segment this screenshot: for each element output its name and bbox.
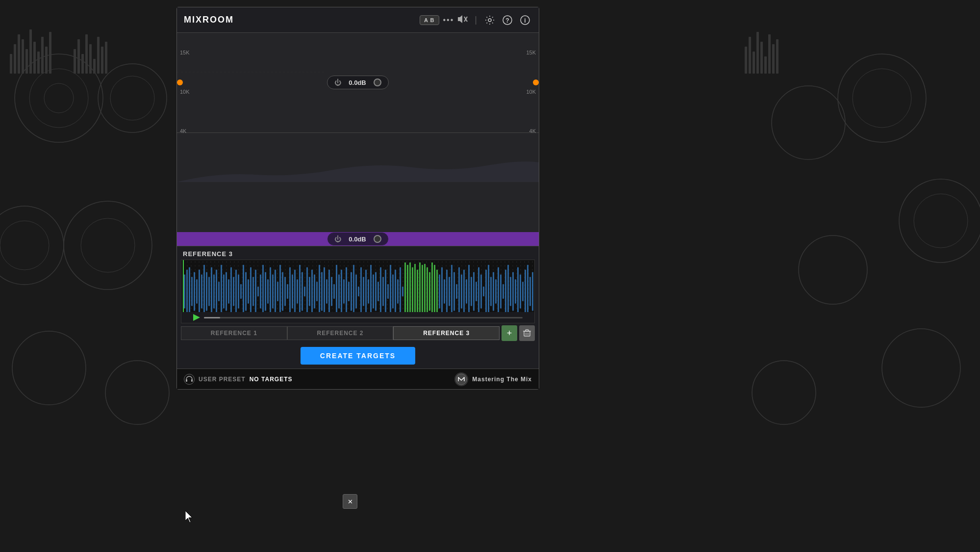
svg-rect-147 (395, 270, 396, 314)
svg-rect-105 (292, 275, 293, 309)
svg-rect-23 (77, 39, 80, 74)
mute-button[interactable] (458, 15, 469, 25)
svg-point-8 (81, 218, 135, 272)
handle-right-top[interactable] (533, 79, 539, 85)
svg-point-31 (838, 54, 926, 142)
svg-rect-183 (483, 287, 484, 296)
svg-rect-120 (328, 270, 330, 314)
svg-rect-67 (199, 270, 200, 314)
dots-button[interactable]: ••• (443, 16, 454, 25)
progress-track[interactable] (204, 317, 523, 318)
svg-rect-65 (194, 272, 195, 311)
power-icon-top: ⏻ (334, 79, 341, 86)
svg-rect-172 (456, 284, 457, 299)
svg-rect-113 (311, 270, 313, 314)
add-reference-button[interactable]: + (502, 325, 517, 341)
svg-rect-43 (760, 42, 763, 74)
svg-rect-140 (377, 282, 379, 301)
close-button[interactable]: ✕ (343, 494, 357, 509)
svg-point-38 (752, 361, 816, 424)
svg-rect-170 (451, 265, 452, 318)
vol-knob-top[interactable] (374, 79, 381, 86)
svg-rect-132 (358, 287, 359, 296)
svg-rect-189 (498, 267, 499, 315)
svg-rect-163 (434, 265, 435, 318)
tab-reference-1[interactable]: REFERENCE 1 (181, 326, 287, 340)
svg-rect-141 (380, 267, 381, 315)
svg-rect-134 (363, 277, 364, 306)
svg-rect-158 (422, 265, 423, 318)
svg-rect-62 (186, 270, 188, 314)
svg-text:?: ? (505, 17, 509, 24)
playback-bar[interactable] (181, 312, 534, 323)
vol-control-bottom: ⏻ 0.0dB (327, 232, 389, 246)
svg-rect-136 (368, 279, 369, 303)
svg-rect-133 (360, 267, 362, 315)
svg-rect-101 (282, 272, 283, 311)
svg-point-6 (0, 221, 49, 270)
svg-rect-127 (346, 267, 347, 315)
svg-rect-150 (402, 287, 403, 296)
svg-rect-184 (485, 270, 487, 314)
svg-rect-40 (749, 37, 751, 74)
svg-rect-165 (439, 275, 440, 309)
svg-rect-111 (306, 267, 308, 315)
svg-rect-138 (373, 275, 374, 309)
svg-rect-102 (284, 277, 286, 306)
vol-control-top: ⏻ 0.0dB (327, 76, 389, 89)
svg-rect-85 (243, 265, 244, 318)
play-button[interactable] (193, 314, 200, 321)
svg-rect-112 (309, 277, 310, 306)
status-bar: USER PRESET NO TARGETS Mastering The Mix (177, 368, 539, 389)
svg-rect-116 (319, 265, 320, 318)
svg-rect-168 (446, 270, 448, 314)
app-window: MIXROOM A B ••• | ? (176, 7, 539, 390)
svg-rect-89 (252, 277, 254, 306)
status-right: Mastering The Mix (454, 372, 532, 386)
svg-rect-68 (201, 275, 202, 309)
delete-reference-button[interactable] (519, 325, 535, 341)
svg-rect-167 (444, 279, 445, 303)
svg-point-35 (914, 194, 968, 248)
svg-rect-194 (510, 277, 511, 306)
svg-rect-124 (338, 275, 340, 309)
svg-rect-22 (74, 49, 76, 74)
svg-rect-202 (529, 277, 531, 306)
svg-rect-114 (314, 275, 315, 309)
help-button[interactable]: ? (501, 13, 514, 27)
svg-rect-143 (385, 270, 386, 314)
ab-button[interactable]: A B (420, 15, 439, 25)
svg-rect-144 (387, 284, 389, 299)
title-controls: A B ••• | ? (420, 13, 532, 27)
svg-rect-129 (351, 272, 352, 311)
svg-rect-104 (289, 267, 291, 315)
handle-left-top[interactable] (177, 79, 183, 85)
svg-rect-160 (427, 267, 428, 315)
tab-reference-2[interactable]: REFERENCE 2 (287, 326, 394, 340)
svg-rect-117 (321, 272, 323, 311)
svg-rect-21 (49, 32, 51, 74)
tab-reference-3[interactable]: REFERENCE 3 (393, 326, 500, 340)
svg-rect-180 (476, 282, 477, 301)
create-targets-button[interactable]: CREATE TARGETS (301, 347, 415, 365)
spectrum-top: ⏻ 0.0dB (177, 33, 539, 133)
create-targets-row: CREATE TARGETS (177, 343, 539, 368)
reference-waveform[interactable] (181, 260, 535, 323)
svg-rect-27 (93, 59, 96, 74)
info-button[interactable]: i (518, 13, 532, 27)
settings-button[interactable] (483, 13, 497, 27)
svg-rect-212 (191, 379, 193, 382)
vol-knob-bottom[interactable] (374, 235, 381, 243)
svg-rect-45 (768, 34, 771, 74)
svg-point-51 (488, 19, 491, 22)
svg-rect-193 (507, 265, 509, 318)
svg-point-10 (105, 361, 169, 424)
status-left: USER PRESET NO TARGETS (184, 374, 292, 385)
svg-rect-182 (480, 275, 482, 309)
svg-rect-196 (515, 279, 516, 303)
headphone-icon (185, 375, 194, 384)
svg-rect-97 (272, 275, 274, 309)
preset-icon[interactable] (184, 374, 195, 385)
svg-rect-166 (441, 267, 443, 315)
svg-rect-125 (341, 270, 342, 314)
